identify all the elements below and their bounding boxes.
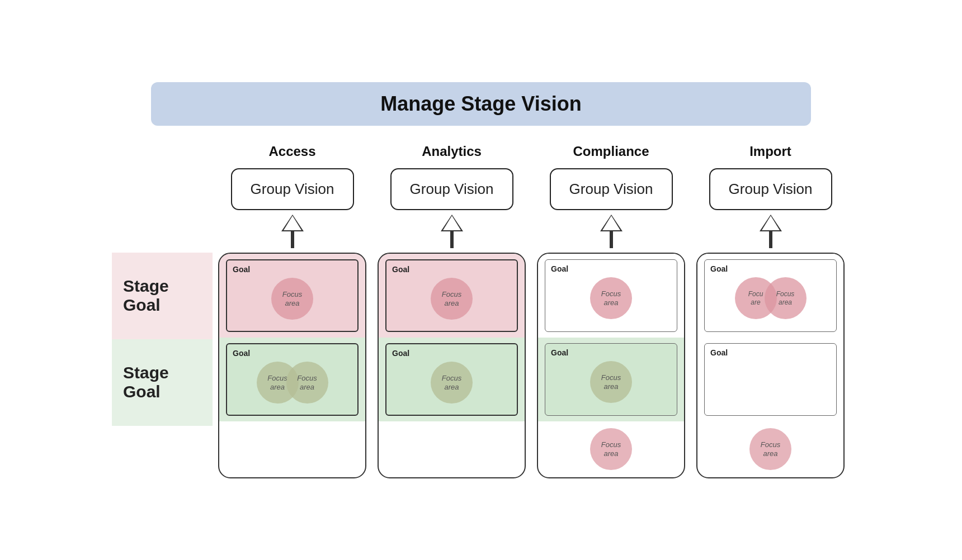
stage-label-row2: Stage Goal [112, 339, 213, 426]
focus-circle: Focusarea [431, 362, 473, 404]
stage-label-1: Stage Goal [123, 277, 169, 315]
goal-cell-analytics-row1: Goal Focusarea [379, 254, 525, 338]
stage-label-empty [112, 426, 213, 478]
standalone-circle-compliance: Focusarea [538, 421, 684, 477]
focus-circle: Focusarea [431, 278, 473, 320]
arrow-shaft-compliance [610, 231, 613, 248]
arrows-row [112, 215, 850, 248]
goal-cell-import-row1: Goal Focuare Focusarea [697, 254, 843, 338]
goal-label: Goal [551, 348, 671, 357]
group-vision-box-access: Group Vision [231, 168, 354, 210]
focus-circles: Focusarea [551, 357, 671, 407]
goal-cell-import-row2: Goal [697, 338, 843, 421]
empty-space [219, 421, 365, 477]
column-cards: Goal Focusarea Goal Focusarea Focu [213, 253, 850, 478]
group-vision-cell-access: Group Vision [213, 168, 372, 210]
goal-box-access-row2: Goal Focusarea Focusarea [226, 343, 359, 416]
focus-circles: Focusarea [392, 274, 511, 324]
goal-box-compliance-row2: Goal Focusarea [545, 343, 677, 416]
arrow-shaft-analytics [450, 231, 454, 248]
group-vision-cell-import: Group Vision [691, 168, 850, 210]
columns-area: Access Analytics Compliance Import Group… [112, 144, 850, 478]
stage-label-2: Stage Goal [123, 363, 169, 401]
focus-circles [710, 357, 831, 407]
goal-box-analytics-row2: Goal Focusarea [385, 343, 518, 416]
goal-box-analytics-row1: Goal Focusarea [385, 259, 518, 332]
group-vision-cell-analytics: Group Vision [372, 168, 531, 210]
goal-box-access-row1: Goal Focusarea [226, 259, 359, 332]
arrow-head-import [760, 215, 782, 231]
goal-cell-analytics-row2: Goal Focusarea [379, 338, 525, 421]
arrow-cell-compliance [531, 215, 691, 248]
goal-label: Goal [710, 264, 831, 273]
stage-labels: Stage Goal Stage Goal [112, 253, 213, 478]
group-vision-box-analytics: Group Vision [390, 168, 513, 210]
focus-circles: Focusarea [392, 358, 511, 408]
goal-label: Goal [233, 349, 352, 358]
arrow-head-analytics [441, 215, 463, 231]
arrow-cell-analytics [372, 215, 531, 248]
goal-cell-compliance-row1: Goal Focusarea [538, 254, 684, 338]
diagram-container: Manage Stage Vision Access Analytics Com… [62, 82, 900, 478]
arrow-shaft-access [291, 231, 294, 248]
arrow-cell-access [213, 215, 372, 248]
standalone-focus-circle-import: Focusarea [749, 428, 791, 470]
standalone-focus-circle-compliance: Focusarea [590, 428, 632, 470]
focus-circle-2b: Focusarea [286, 362, 328, 404]
goal-cell-access-row1: Goal Focusarea [219, 254, 365, 338]
arrow-cell-import [691, 215, 850, 248]
arrow-head-access [281, 215, 304, 231]
column-card-import: Goal Focuare Focusarea Goal [696, 253, 845, 478]
goal-label: Goal [710, 348, 831, 357]
goal-cell-access-row2: Goal Focusarea Focusarea [219, 338, 365, 421]
group-vision-cell-compliance: Group Vision [531, 168, 691, 210]
main-section: Stage Goal Stage Goal Goal Focusa [112, 253, 850, 478]
focus-circle: Focusarea [590, 277, 632, 319]
goal-box-import-row2: Goal [704, 343, 837, 416]
focus-circles: Focusarea [551, 273, 671, 324]
arrow-up-access [281, 215, 304, 248]
goal-box-compliance-row1: Goal Focusarea [545, 259, 677, 332]
stage-label-row1: Stage Goal [112, 253, 213, 339]
goal-label: Goal [233, 265, 352, 274]
focus-circles: Focuare Focusarea [710, 273, 831, 324]
standalone-circle-import: Focusarea [697, 421, 843, 477]
arrow-shaft-import [769, 231, 772, 248]
group-vision-row: Group Vision Group Vision Group Vision G… [112, 168, 850, 210]
focus-circles: Focusarea Focusarea [233, 358, 352, 408]
focus-circle: Focusarea [590, 361, 632, 403]
column-card-access: Goal Focusarea Goal Focusarea Focu [218, 253, 366, 478]
column-card-analytics: Goal Focusarea Goal Focusarea [378, 253, 526, 478]
goal-label: Goal [392, 265, 511, 274]
arrow-up-import [760, 215, 782, 248]
focus-circle-b: Focusarea [765, 277, 807, 319]
title-text: Manage Stage Vision [380, 92, 581, 115]
title-banner: Manage Stage Vision [151, 82, 811, 126]
arrow-up-analytics [441, 215, 463, 248]
col-header-import: Import [691, 144, 850, 159]
goal-label: Goal [392, 349, 511, 358]
goal-cell-compliance-row2: Goal Focusarea [538, 338, 684, 421]
goal-label: Goal [551, 264, 671, 273]
col-header-analytics: Analytics [372, 144, 531, 159]
empty-space [379, 421, 525, 477]
col-headers: Access Analytics Compliance Import [112, 144, 850, 168]
focus-circles: Focusarea [233, 274, 352, 324]
column-card-compliance: Goal Focusarea Goal Focusarea [537, 253, 685, 478]
arrow-up-compliance [600, 215, 623, 248]
goal-box-import-row1: Goal Focuare Focusarea [704, 259, 837, 332]
arrow-head-compliance [600, 215, 623, 231]
col-header-compliance: Compliance [531, 144, 691, 159]
group-vision-box-import: Group Vision [709, 168, 832, 210]
group-vision-box-compliance: Group Vision [550, 168, 673, 210]
col-header-access: Access [213, 144, 372, 159]
focus-circle-1: Focusarea [271, 278, 313, 320]
